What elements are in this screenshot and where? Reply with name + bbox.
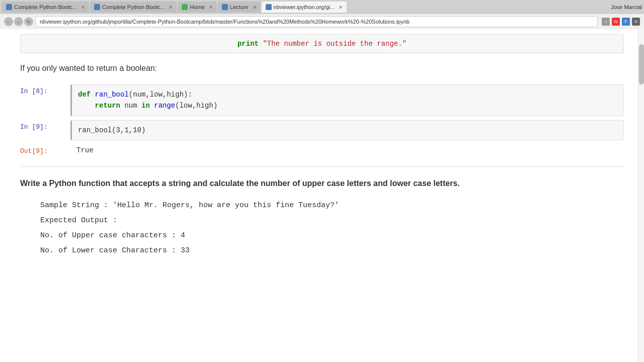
tab-4-close[interactable]: ✕ bbox=[253, 5, 257, 10]
upper-case-label: No. of Upper case characters : 4 bbox=[40, 231, 185, 240]
cell-9-input[interactable]: ran_bool(3,1,10) bbox=[70, 120, 624, 140]
sample-string-row: Sample String : 'Hello Mr. Rogers, how a… bbox=[40, 198, 624, 213]
tab-2-favicon bbox=[94, 4, 100, 10]
refresh-button[interactable]: ↻ bbox=[24, 17, 33, 26]
tab-2-label: Complete Python Bootc... bbox=[102, 4, 165, 10]
print-keyword: print bbox=[237, 40, 259, 48]
tab-5-close[interactable]: ✕ bbox=[339, 5, 343, 10]
sample-string-label: Sample String : bbox=[40, 201, 108, 210]
address-bar-row: ← → ↻ nbviewer.ipython.org/github/jmport… bbox=[0, 14, 644, 29]
expected-output-row: Expected Output : bbox=[40, 213, 624, 228]
problem-text-bold: Write a Python function that accepts a s… bbox=[20, 179, 460, 188]
sample-string-value: 'Hello Mr. Rogers, how are you this fine… bbox=[113, 201, 339, 210]
address-text: nbviewer.ipython.org/github/jmportilla/C… bbox=[40, 19, 410, 25]
tab-5-favicon bbox=[266, 4, 272, 10]
tab-1-favicon bbox=[6, 4, 12, 10]
output-true: True bbox=[76, 146, 94, 154]
lower-case-label: No. of Lower case Characters : 33 bbox=[40, 246, 190, 255]
tab-1-label: Complete Python Bootc... bbox=[14, 4, 77, 10]
tab-4-favicon bbox=[222, 4, 228, 10]
tab-4[interactable]: Lecture ✕ bbox=[218, 2, 261, 13]
tab-4-label: Lecture bbox=[230, 4, 249, 10]
in-keyword: in bbox=[141, 102, 150, 110]
problem-statement: Write a Python function that accepts a s… bbox=[20, 177, 624, 190]
user-info: Jose Marcial bbox=[611, 4, 642, 10]
tab-1[interactable]: Complete Python Bootc... ✕ bbox=[2, 2, 89, 13]
func-name: ran_bool bbox=[95, 90, 129, 99]
cell-9-code: ran_bool(3,1,10) bbox=[78, 126, 145, 134]
cell-8-input[interactable]: def ran_bool(num,low,high): return num i… bbox=[70, 84, 624, 116]
expected-output-label: Expected Output : bbox=[40, 216, 117, 225]
tab-3[interactable]: Home ✕ bbox=[178, 2, 216, 13]
address-bar[interactable]: nbviewer.ipython.org/github/jmportilla/C… bbox=[35, 16, 598, 27]
tab-3-favicon bbox=[182, 4, 188, 10]
tab-2-close[interactable]: ✕ bbox=[169, 5, 173, 10]
tab-1-close[interactable]: ✕ bbox=[81, 5, 85, 10]
extension-icon-1[interactable]: N bbox=[612, 18, 620, 26]
back-button[interactable]: ← bbox=[4, 17, 13, 26]
cell-9-out-label: Out[9]: bbox=[20, 144, 70, 155]
page-content: print "The number is outside the range."… bbox=[0, 29, 644, 362]
forward-button[interactable]: → bbox=[14, 17, 23, 26]
browser-chrome: Complete Python Bootc... ✕ Complete Pyth… bbox=[0, 0, 644, 29]
tab-5[interactable]: nbviewer.ipython.org/gi... ✕ bbox=[262, 2, 347, 13]
nav-buttons: ← → ↻ bbox=[4, 17, 33, 26]
cell-9-output: True bbox=[70, 144, 624, 156]
range-func: range bbox=[154, 102, 175, 110]
return-keyword: return bbox=[95, 102, 120, 110]
cell-8-line1: def ran_bool(num,low,high): bbox=[78, 89, 617, 100]
lower-case-row: No. of Lower case Characters : 33 bbox=[40, 243, 624, 258]
sample-block: Sample String : 'Hello Mr. Rogers, how a… bbox=[40, 198, 624, 258]
scrollbar-thumb[interactable] bbox=[639, 44, 644, 84]
prose-boolean: If you only wanted to return a boolean: bbox=[20, 62, 624, 74]
extension-icon-2[interactable]: F bbox=[622, 18, 630, 26]
cell-8-label: In [8]: bbox=[20, 84, 70, 95]
tab-5-label: nbviewer.ipython.org/gi... bbox=[274, 4, 335, 10]
tab-3-close[interactable]: ✕ bbox=[209, 5, 213, 10]
cell-8-line2: return num in range(low,high) bbox=[78, 100, 617, 111]
notebook-content: print "The number is outside the range."… bbox=[10, 29, 634, 263]
cell-9-out: Out[9]: True bbox=[20, 144, 624, 156]
def-keyword: def bbox=[78, 90, 95, 99]
tab-bar: Complete Python Bootc... ✕ Complete Pyth… bbox=[0, 0, 644, 14]
cell-9-in: In [9]: ran_bool(3,1,10) bbox=[20, 120, 624, 140]
scrollbar[interactable] bbox=[638, 29, 644, 362]
tab-2[interactable]: Complete Python Bootc... ✕ bbox=[90, 2, 177, 13]
code-top-cell: print "The number is outside the range." bbox=[20, 34, 624, 53]
bookmark-icon[interactable]: ☆ bbox=[602, 18, 610, 26]
menu-icon[interactable]: ≡ bbox=[632, 18, 640, 26]
browser-icons: ☆ N F ≡ bbox=[602, 18, 640, 26]
print-string: "The number is outside the range." bbox=[263, 40, 407, 48]
upper-case-row: No. of Upper case characters : 4 bbox=[40, 228, 624, 243]
cell-9-in-label: In [9]: bbox=[20, 120, 70, 131]
tab-3-label: Home bbox=[190, 4, 204, 10]
section-divider bbox=[20, 166, 624, 167]
cell-8: In [8]: def ran_bool(num,low,high): retu… bbox=[20, 84, 624, 116]
